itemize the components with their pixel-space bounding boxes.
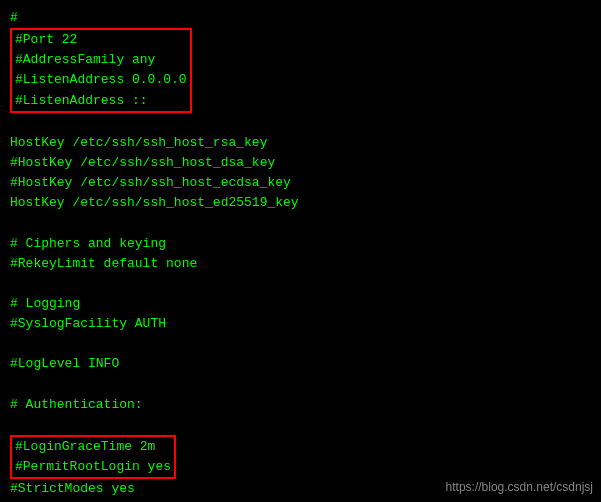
empty-line-6 [10, 415, 591, 435]
line-hostkey3: #HostKey /etc/ssh/ssh_host_ecdsa_key [10, 173, 591, 193]
line-ciphers-comment: # Ciphers and keying [10, 234, 591, 254]
empty-line-5 [10, 375, 591, 395]
line-permitroot: #PermitRootLogin yes [15, 457, 171, 477]
empty-line-2 [10, 213, 591, 233]
line-hash: # [10, 8, 591, 28]
empty-line-4 [10, 334, 591, 354]
line-hostkey2: #HostKey /etc/ssh/ssh_host_dsa_key [10, 153, 591, 173]
empty-line-1 [10, 113, 591, 133]
terminal-window: # #Port 22 #AddressFamily any #ListenAdd… [0, 0, 601, 502]
line-loglevel: #LogLevel INFO [10, 354, 591, 374]
line-logingrace: #LoginGraceTime 2m [15, 437, 171, 457]
line-rekeylimit: #RekeyLimit default none [10, 254, 591, 274]
line-listenaddress1: #ListenAddress 0.0.0.0 [15, 70, 187, 90]
line-addressfamily: #AddressFamily any [15, 50, 187, 70]
line-listenaddress2: #ListenAddress :: [15, 91, 187, 111]
watermark: https://blog.csdn.net/csdnjsj [446, 480, 593, 494]
line-auth-comment: # Authentication: [10, 395, 591, 415]
line-port: #Port 22 [15, 30, 187, 50]
line-hostkey1: HostKey /etc/ssh/ssh_host_rsa_key [10, 133, 591, 153]
line-syslog: #SyslogFacility AUTH [10, 314, 591, 334]
highlight-block-1: #Port 22 #AddressFamily any #ListenAddre… [10, 28, 192, 113]
line-logging-comment: # Logging [10, 294, 591, 314]
line-hostkey4: HostKey /etc/ssh/ssh_host_ed25519_key [10, 193, 591, 213]
empty-line-3 [10, 274, 591, 294]
highlight-block-2: #LoginGraceTime 2m #PermitRootLogin yes [10, 435, 176, 479]
